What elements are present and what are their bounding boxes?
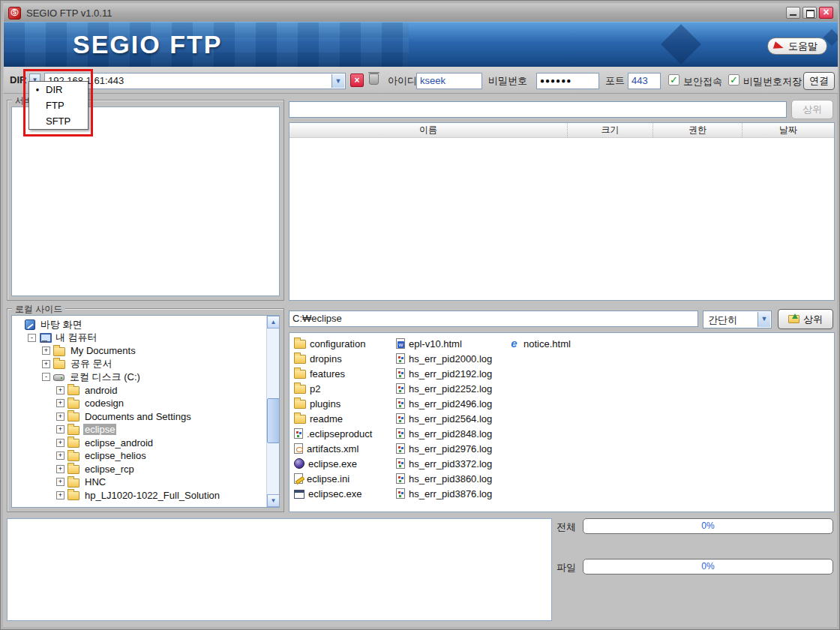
scrollbar-thumb[interactable] xyxy=(267,398,280,443)
file-item[interactable]: enotice.html xyxy=(508,336,610,351)
tree-row[interactable]: +eclipse xyxy=(56,423,279,436)
folder-icon xyxy=(68,400,80,409)
file-item[interactable]: features xyxy=(294,366,396,381)
folder-icon xyxy=(68,412,80,422)
remote-file-list[interactable]: 이름크기권한날짜 xyxy=(289,122,835,301)
file-item[interactable]: hs_err_pid2252.log xyxy=(396,381,508,396)
collapse-icon[interactable]: - xyxy=(28,334,36,342)
tree-scrollbar[interactable]: ▲ ▼ xyxy=(266,316,279,507)
secure-checkbox-label: 보안접속 xyxy=(683,75,722,88)
close-button[interactable] xyxy=(819,7,833,19)
tree-row[interactable]: +Documents and Settings xyxy=(56,410,279,424)
scrollbar-down-button[interactable]: ▼ xyxy=(267,494,280,507)
expand-icon[interactable]: + xyxy=(56,465,64,473)
tree-row[interactable]: -로컬 디스크 (C:) xyxy=(42,370,279,384)
app-window: Ⓢ SEGIO FTP v1.0.11 SEGIO FTP 도움말 DIR ▼ … xyxy=(0,0,840,630)
file-item[interactable]: hs_err_pid2496.log xyxy=(396,396,508,411)
tree-row[interactable]: +공유 문서 xyxy=(42,358,279,371)
local-path-input[interactable]: C:₩eclipse xyxy=(289,310,698,327)
console-icon xyxy=(294,490,304,499)
file-item[interactable]: .eclipseproduct xyxy=(294,426,396,441)
file-item[interactable]: eclipse.ini xyxy=(294,471,396,486)
id-input[interactable]: kseek xyxy=(416,73,482,89)
column-header-2[interactable]: 권한 xyxy=(652,123,742,137)
file-item[interactable]: hs_err_pid2564.log xyxy=(396,411,508,426)
maximize-button[interactable] xyxy=(802,7,817,19)
file-item[interactable]: hs_err_pid2976.log xyxy=(396,441,508,456)
column-header-0[interactable]: 이름 xyxy=(290,123,567,137)
log-icon xyxy=(396,383,405,394)
port-input[interactable]: 443 xyxy=(628,73,661,89)
tree-item-label: My Documents xyxy=(69,345,137,356)
file-item[interactable]: hs_err_pid2192.log xyxy=(396,366,508,381)
expand-icon[interactable]: + xyxy=(56,439,64,447)
file-name: hs_err_pid2496.log xyxy=(409,398,492,410)
save-password-checkbox[interactable]: ✓ xyxy=(728,74,740,86)
expand-icon[interactable]: + xyxy=(56,491,64,500)
tree-row[interactable]: +HNC xyxy=(56,476,279,489)
address-combobox[interactable]: 192.168.1.61:443 ▼ xyxy=(44,73,346,89)
tree-row[interactable]: 바탕 화면 xyxy=(14,318,279,332)
secure-checkbox[interactable]: ✓ xyxy=(668,74,680,86)
trash-icon[interactable] xyxy=(369,74,379,85)
collapse-icon[interactable]: - xyxy=(42,373,50,381)
password-input[interactable]: ●●●●●● xyxy=(536,73,599,89)
transfer-log-area[interactable] xyxy=(7,518,552,621)
expand-icon[interactable]: + xyxy=(42,360,50,368)
file-item[interactable]: configuration xyxy=(294,336,396,351)
tree-item-label: eclipse_rcp xyxy=(83,464,136,475)
expand-icon[interactable]: + xyxy=(56,399,64,407)
help-button-label: 도움말 xyxy=(788,40,818,53)
column-header-1[interactable]: 크기 xyxy=(567,123,652,137)
local-side-groupbox: 로컬 사이드 바탕 화면-내 컴퓨터+My Documents+공유 문서-로컬… xyxy=(7,308,284,512)
local-up-button[interactable]: 상위 xyxy=(778,309,833,329)
protocol-option-ftp[interactable]: FTP xyxy=(29,98,88,113)
file-item[interactable]: epl-v10.html xyxy=(396,336,508,351)
scrollbar-up-button[interactable]: ▲ xyxy=(267,316,280,328)
tree-row[interactable]: +android xyxy=(56,384,279,398)
file-item[interactable]: plugins xyxy=(294,396,396,411)
tree-row[interactable]: -내 컴퓨터 xyxy=(28,332,279,345)
file-item[interactable]: dropins xyxy=(294,351,396,366)
expand-icon[interactable]: + xyxy=(56,425,64,434)
file-item[interactable]: hs_err_pid3372.log xyxy=(396,456,508,471)
file-item[interactable]: eclipsec.exe xyxy=(294,486,396,501)
tree-row[interactable]: +My Documents xyxy=(42,344,279,358)
expand-icon[interactable]: + xyxy=(42,346,50,355)
address-dropdown-icon[interactable]: ▼ xyxy=(332,74,344,88)
window-title: SEGIO FTP v1.0.11 xyxy=(26,8,112,19)
expand-icon[interactable]: + xyxy=(56,452,64,460)
server-tree-area[interactable] xyxy=(11,106,280,296)
tree-row[interactable]: +eclipse_helios xyxy=(56,449,279,463)
selected-bullet-icon: ● xyxy=(29,86,46,93)
connect-button[interactable]: 연결 xyxy=(803,72,835,90)
minimize-button[interactable] xyxy=(786,7,800,19)
tree-row[interactable]: +hp_LJ1020-1022_Full_Solution xyxy=(56,489,279,502)
expand-icon[interactable]: + xyxy=(56,386,64,394)
file-item[interactable]: readme xyxy=(294,411,396,426)
remote-path-input[interactable] xyxy=(289,101,787,118)
tree-row[interactable]: +eclipse_android xyxy=(56,436,279,450)
view-mode-dropdown-icon[interactable]: ▼ xyxy=(758,312,770,327)
tree-item-label: android xyxy=(83,385,118,396)
file-item[interactable]: hs_err_pid2000.log xyxy=(396,351,508,366)
tree-row[interactable]: +codesign xyxy=(56,397,279,410)
file-item[interactable]: hs_err_pid3876.log xyxy=(396,486,508,501)
file-item[interactable]: p2 xyxy=(294,381,396,396)
expand-icon[interactable]: + xyxy=(56,478,64,486)
file-item[interactable]: eclipse.exe xyxy=(294,456,396,471)
help-button[interactable]: 도움말 xyxy=(767,38,827,55)
tree-row[interactable]: +eclipse_rcp xyxy=(56,463,279,476)
remote-up-button[interactable]: 상위 xyxy=(791,100,833,119)
column-header-3[interactable]: 날짜 xyxy=(742,123,834,137)
protocol-option-sftp[interactable]: SFTP xyxy=(29,113,88,129)
file-name: .eclipseproduct xyxy=(307,428,372,440)
file-item[interactable]: hs_err_pid2848.log xyxy=(396,426,508,441)
file-item[interactable]: hs_err_pid3860.log xyxy=(396,471,508,486)
view-mode-select[interactable]: 간단히 ▼ xyxy=(703,310,772,328)
protocol-option-dir[interactable]: ●DIR xyxy=(29,82,88,98)
clear-address-button[interactable]: × xyxy=(350,74,364,87)
local-file-list[interactable]: configurationdropinsfeaturesp2pluginsrea… xyxy=(289,332,835,512)
expand-icon[interactable]: + xyxy=(56,412,64,421)
file-item[interactable]: artifacts.xml xyxy=(294,441,396,456)
